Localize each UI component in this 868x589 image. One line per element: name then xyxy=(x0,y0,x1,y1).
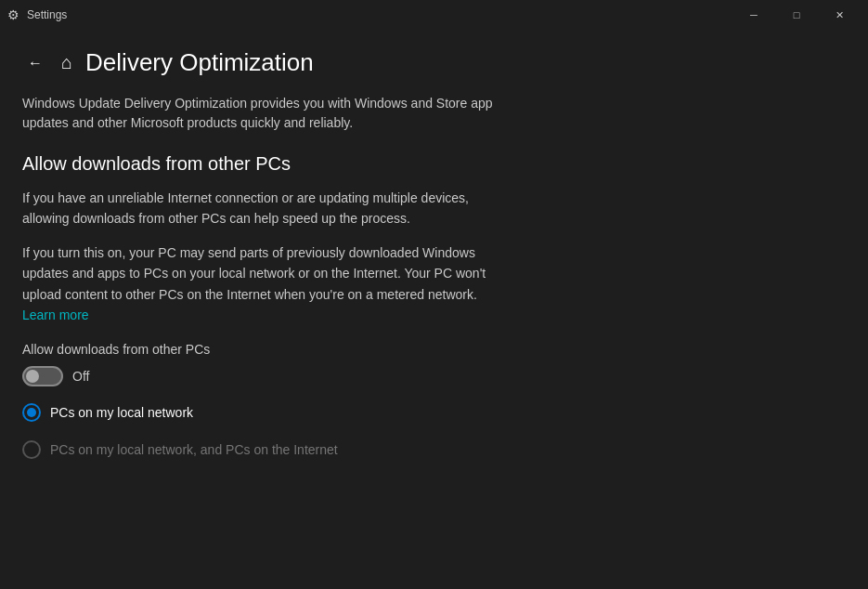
intro-description: Windows Update Delivery Optimization pro… xyxy=(22,94,505,133)
minimize-button[interactable]: ─ xyxy=(732,0,775,30)
radio-circle-1 xyxy=(22,403,41,422)
radio-local-and-internet[interactable]: PCs on my local network, and PCs on the … xyxy=(22,440,846,459)
learn-more-link[interactable]: Learn more xyxy=(22,308,89,322)
settings-app-icon: ⚙ xyxy=(7,7,19,22)
content-area: ← ⌂ Delivery Optimization Windows Update… xyxy=(0,30,868,589)
radio-circle-2 xyxy=(22,440,41,459)
back-button[interactable]: ← xyxy=(22,50,48,76)
radio-label-1: PCs on my local network xyxy=(50,405,193,420)
title-bar-controls: ─ □ ✕ xyxy=(732,0,861,30)
allow-downloads-toggle[interactable] xyxy=(22,366,63,386)
toggle-label: Allow downloads from other PCs xyxy=(22,342,846,357)
radio-local-network[interactable]: PCs on my local network xyxy=(22,403,846,422)
back-icon: ← xyxy=(28,55,43,72)
section-title: Allow downloads from other PCs xyxy=(22,153,846,175)
toggle-section: Allow downloads from other PCs Off xyxy=(22,342,846,386)
section-desc-1: If you have an unreliable Internet conne… xyxy=(22,188,505,229)
settings-window: ⚙ Settings ─ □ ✕ ← ⌂ Delivery Optimizati… xyxy=(0,0,868,589)
title-bar-title: Settings xyxy=(27,8,67,21)
title-bar: ⚙ Settings ─ □ ✕ xyxy=(0,0,868,30)
page-header: ← ⌂ Delivery Optimization xyxy=(22,48,846,77)
toggle-track xyxy=(22,366,63,386)
close-button[interactable]: ✕ xyxy=(818,0,861,30)
toggle-thumb xyxy=(26,370,39,383)
section-desc-2: If you turn this on, your PC may send pa… xyxy=(22,242,505,326)
page-title: Delivery Optimization xyxy=(85,48,314,77)
maximize-button[interactable]: □ xyxy=(775,0,818,30)
radio-dot-1 xyxy=(27,408,36,417)
toggle-state: Off xyxy=(72,369,89,384)
radio-label-2: PCs on my local network, and PCs on the … xyxy=(50,442,338,457)
title-bar-left: ⚙ Settings xyxy=(7,7,67,22)
toggle-row: Off xyxy=(22,366,846,386)
radio-group: PCs on my local network PCs on my local … xyxy=(22,403,846,459)
home-icon: ⌂ xyxy=(61,52,72,73)
